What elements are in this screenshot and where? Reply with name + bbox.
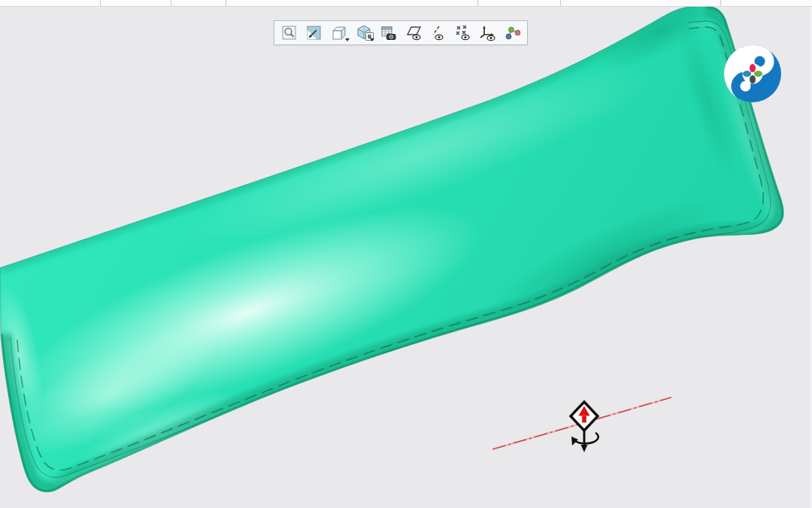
ribbon-divider [477, 0, 478, 6]
ribbon-bottom-edge [0, 0, 812, 7]
logo-petal-right [754, 71, 762, 77]
view-orientation-button[interactable] [326, 23, 351, 43]
display-style-button[interactable]: B [351, 23, 376, 43]
flyout-caret [370, 38, 374, 41]
magnifier-icon [280, 24, 298, 42]
view-connection-points-button[interactable] [500, 23, 525, 43]
ribbon-divider [720, 0, 721, 6]
table-camera-icon [380, 24, 398, 42]
cad-application-window: { "window": { "background_color": "#e9e9… [0, 0, 812, 508]
zoom-to-area-button[interactable] [277, 23, 301, 43]
section-view-icon [305, 24, 323, 42]
toggle-coordinate-systems-button[interactable] [475, 23, 500, 43]
ribbon-divider [560, 0, 561, 6]
3d-viewport[interactable] [0, 0, 812, 508]
toggle-axes-button[interactable] [426, 23, 450, 43]
ribbon-divider [100, 0, 101, 6]
ribbon-divider [226, 0, 226, 6]
section-view-button[interactable] [301, 23, 326, 43]
logo-petal-bottom [750, 75, 756, 84]
axis-eye-icon [429, 24, 448, 42]
view-cameras-button[interactable] [376, 23, 401, 43]
flyout-caret [345, 38, 350, 41]
logo-petal-top [750, 64, 756, 72]
model-part[interactable] [0, 0, 806, 501]
rotate-about-axis-cursor [571, 402, 598, 452]
points-eye-icon [453, 24, 473, 42]
triad-eye-icon [478, 24, 498, 42]
toggle-planes-button[interactable] [401, 23, 426, 43]
ribbon-divider [171, 0, 171, 6]
heads-up-view-toolbar: B [274, 20, 528, 45]
molecule-icon [503, 24, 523, 42]
plane-eye-icon [404, 24, 423, 42]
logo-petal-left [743, 71, 751, 77]
toggle-points-button[interactable] [450, 23, 475, 43]
